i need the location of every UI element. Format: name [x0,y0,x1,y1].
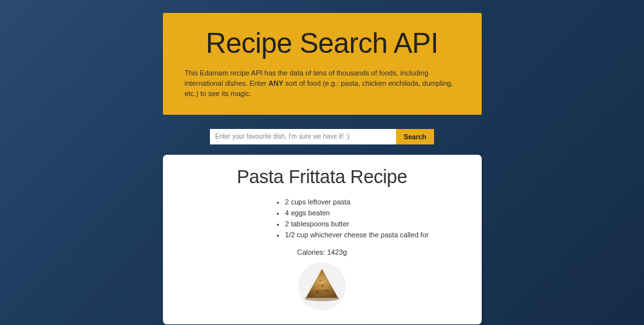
list-item: 1/2 cup whichever cheese the pasta calle… [285,230,466,241]
recipe-card: Pasta Frittata Recipe 2 cups leftover pa… [163,155,482,324]
page-title: Recipe Search API [182,27,462,59]
svg-point-3 [326,290,327,291]
list-item: 2 tablespoons butter [285,219,466,230]
search-bar: Search [210,129,434,144]
page-description: This Edamam recipe API has the data of t… [182,68,462,99]
frittata-icon [298,262,346,310]
calories-label: Calories: 1423g [178,248,466,256]
search-input[interactable] [210,129,396,144]
recipe-image [298,262,346,310]
recipe-title: Pasta Frittata Recipe [178,166,466,188]
svg-point-5 [319,280,321,281]
search-button[interactable]: Search [396,129,434,144]
svg-point-1 [305,296,339,301]
header-panel: Recipe Search API This Edamam recipe API… [163,13,482,115]
svg-point-4 [322,285,323,286]
list-item: 4 eggs beaten [285,208,466,219]
svg-point-2 [317,291,319,293]
list-item: 2 cups leftover pasta [285,197,466,208]
desc-text-bold: ANY [269,79,283,87]
ingredients-list: 2 cups leftover pasta 4 eggs beaten 2 ta… [275,197,466,241]
